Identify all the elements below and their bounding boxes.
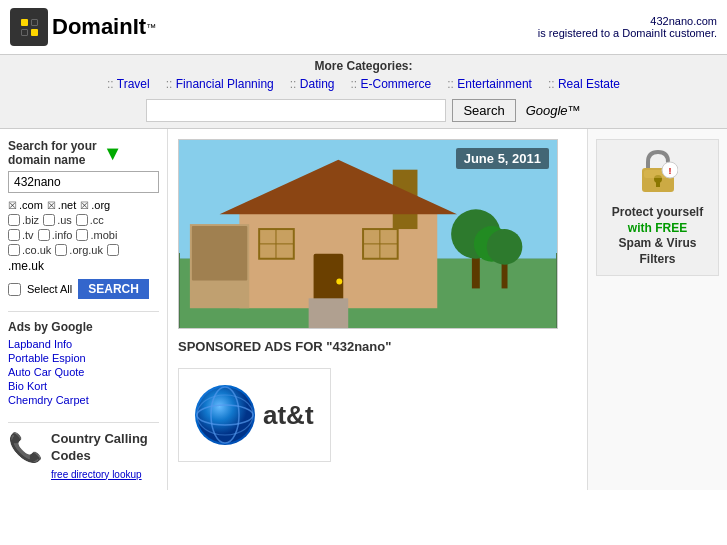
tld-info-label: .info [52,229,73,241]
tld-info-checkbox[interactable] [38,229,50,241]
tld-org-label: .org [91,199,110,211]
nav-dating[interactable]: Dating [290,77,335,91]
tld-cc-checkbox[interactable] [76,214,88,226]
phone-icon: 📞 [8,431,43,464]
protect-title: Protect yourself with FREE Spam & Virus … [605,205,710,267]
logo-text: DomainIt [52,14,146,40]
logo-dot [21,29,28,36]
svg-rect-14 [192,226,247,280]
google-search-bar: Search Google™ [10,95,717,124]
ad-bio-kort[interactable]: Bio Kort [8,380,159,392]
search-button[interactable]: Search [452,99,515,122]
nav-financial-planning[interactable]: Financial Planning [166,77,274,91]
tld-row-meuk: .me.uk [8,259,159,273]
tld-tv: .tv [8,229,34,241]
domain-search-button[interactable]: SEARCH [78,279,149,299]
att-advertisement[interactable]: at&t [178,368,331,462]
logo-dot [31,19,38,26]
svg-point-20 [487,229,523,265]
domain-name-input[interactable] [8,171,159,193]
nav-travel[interactable]: Travel [107,77,150,91]
tld-cc: .cc [76,214,104,226]
svg-rect-27 [656,180,660,187]
country-codes-title: Country Calling Codes [51,431,159,465]
tld-row-1: ☒ .com ☒ .net ☒ .org [8,199,159,211]
protect-box: ! Protect yourself with FREE Spam & Viru… [596,139,719,276]
content-date: June 5, 2011 [456,148,549,169]
tld-meuk-label: .me.uk [8,259,44,273]
tld-org: ☒ .org [80,199,110,211]
ad-car-quote[interactable]: Auto Car Quote [8,366,159,378]
tld-tv-label: .tv [22,229,34,241]
domain-search-label: Search for your domain name ▼ [8,139,159,167]
country-codes-section: 📞 Country Calling Codes free directory l… [8,422,159,480]
tld-tv-checkbox[interactable] [8,229,20,241]
select-all-label: Select All [27,283,72,295]
logo-icon [10,8,48,46]
ad-lapband[interactable]: Lapband Info [8,338,159,350]
svg-text:!: ! [668,166,671,176]
svg-point-12 [336,279,342,285]
tld-biz-checkbox[interactable] [8,214,20,226]
right-sidebar: ! Protect yourself with FREE Spam & Viru… [587,129,727,490]
ads-title: Ads by Google [8,320,159,334]
tld-info: .info [38,229,73,241]
registered-description: is registered to a DomainIt customer. [538,27,717,39]
att-sphere-icon [195,385,255,445]
net-check-icon: ☒ [47,200,56,211]
logo-dot [21,19,28,26]
logo-area: DomainIt™ [10,8,156,46]
more-categories-label: More Categories: [10,59,717,73]
tld-couk: .co.uk [8,244,51,256]
nav-real-estate[interactable]: Real Estate [548,77,620,91]
select-all-checkbox[interactable] [8,283,21,296]
ad-espion[interactable]: Portable Espion [8,352,159,364]
protect-free-label: with FREE [628,221,687,235]
org-check-icon: ☒ [80,200,89,211]
tld-com: ☒ .com [8,199,43,211]
tld-net: ☒ .net [47,199,76,211]
google-logo: Google™ [526,103,581,118]
tld-meuk [107,244,119,256]
tld-couk-checkbox[interactable] [8,244,20,256]
com-check-icon: ☒ [8,200,17,211]
nav-ecommerce[interactable]: E-Commerce [350,77,431,91]
tld-orguk-checkbox[interactable] [55,244,67,256]
svg-rect-15 [309,298,349,328]
registration-info: 432nano.com is registered to a DomainIt … [538,15,717,39]
att-logo: at&t [195,385,314,445]
tld-us-checkbox[interactable] [43,214,55,226]
main-content: Search for your domain name ▼ ☒ .com ☒ .… [0,129,727,490]
nav-entertainment[interactable]: Entertainment [447,77,532,91]
tld-row-4: .co.uk .org.uk [8,244,159,256]
ad-chemdry[interactable]: Chemdry Carpet [8,394,159,406]
att-brand-name: at&t [263,400,314,431]
left-sidebar: Search for your domain name ▼ ☒ .com ☒ .… [0,129,168,490]
tld-orguk: .org.uk [55,244,103,256]
tld-cc-label: .cc [90,214,104,226]
center-content: June 5, 2011 [168,129,587,490]
tld-mobi-checkbox[interactable] [76,229,88,241]
tld-orguk-label: .org.uk [69,244,103,256]
tld-us: .us [43,214,72,226]
tld-com-label: .com [19,199,43,211]
lock-icon-area: ! [605,148,710,199]
nav-links: Travel Financial Planning Dating E-Comme… [10,77,717,91]
house-image: June 5, 2011 [178,139,558,329]
lock-icon: ! [638,148,678,196]
tld-row-2: .biz .us .cc [8,214,159,226]
select-all-row: Select All SEARCH [8,279,159,299]
tld-biz: .biz [8,214,39,226]
tld-row-3: .tv .info .mobi [8,229,159,241]
ads-section: Ads by Google Lapband Info Portable Espi… [8,311,159,406]
page-header: DomainIt™ 432nano.com is registered to a… [0,0,727,55]
arrow-down-icon: ▼ [103,142,123,165]
tld-us-label: .us [57,214,72,226]
logo-dot [31,29,38,36]
tld-meuk-checkbox[interactable] [107,244,119,256]
country-codes-link[interactable]: free directory lookup [51,469,159,480]
search-input[interactable] [146,99,446,122]
tld-couk-label: .co.uk [22,244,51,256]
tld-biz-label: .biz [22,214,39,226]
navigation-bar: More Categories: Travel Financial Planni… [0,55,727,129]
